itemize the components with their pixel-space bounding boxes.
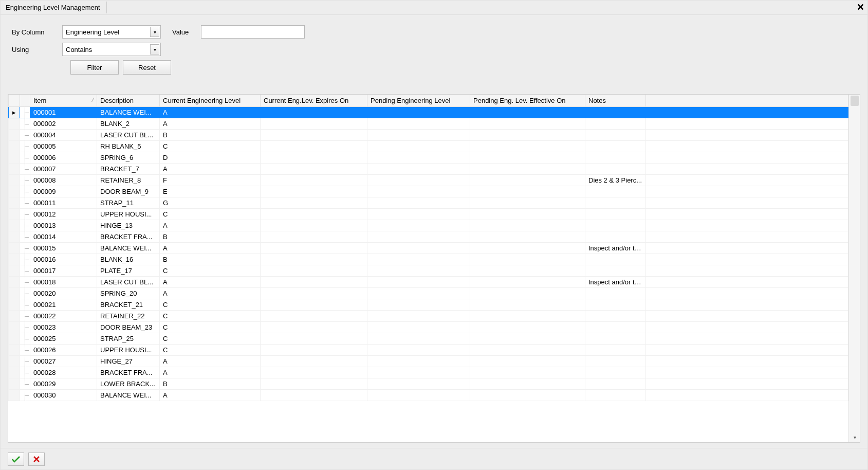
cell-pending-effective[interactable]	[470, 220, 585, 231]
cell-notes[interactable]	[585, 265, 646, 277]
cell-item[interactable]: 000018	[30, 277, 97, 288]
cell-current-expires[interactable]	[261, 197, 367, 209]
cell-item[interactable]: 000007	[30, 164, 97, 175]
cell-current-expires[interactable]	[261, 152, 367, 164]
cell-pending-effective[interactable]	[470, 277, 585, 288]
cell-description[interactable]: BALANCE WEI...	[97, 107, 160, 118]
cell-current-level[interactable]: A	[160, 220, 261, 231]
cell-description[interactable]: SPRING_20	[97, 288, 160, 299]
table-row[interactable]: 000014BRACKET FRA...B	[9, 231, 848, 243]
cell-pending-effective[interactable]	[470, 209, 585, 220]
cell-current-expires[interactable]	[261, 311, 367, 322]
cell-current-level[interactable]: A	[160, 243, 261, 254]
cell-current-level[interactable]: G	[160, 197, 261, 209]
cell-notes[interactable]	[585, 209, 646, 220]
cell-current-expires[interactable]	[261, 254, 367, 265]
cell-description[interactable]: PLATE_17	[97, 265, 160, 277]
cell-notes[interactable]	[585, 356, 646, 367]
cell-pending-level[interactable]	[367, 277, 470, 288]
cell-notes[interactable]	[585, 186, 646, 197]
cell-current-expires[interactable]	[261, 288, 367, 299]
cell-current-expires[interactable]	[261, 118, 367, 130]
cell-pending-effective[interactable]	[470, 311, 585, 322]
cell-pending-level[interactable]	[367, 197, 470, 209]
using-combo[interactable]: Contains ▾	[62, 43, 161, 56]
cell-description[interactable]: BALANCE WEI...	[97, 390, 160, 401]
tab-engineering-level-management[interactable]: Engineering Level Management	[2, 2, 107, 13]
cell-notes[interactable]	[585, 164, 646, 175]
col-header-notes[interactable]: Notes	[585, 95, 646, 107]
cell-notes[interactable]: Inspect and/or te...	[585, 277, 646, 288]
cell-item[interactable]: 000008	[30, 175, 97, 186]
cell-description[interactable]: STRAP_25	[97, 333, 160, 345]
cell-current-expires[interactable]	[261, 345, 367, 356]
cell-description[interactable]: BRACKET_7	[97, 164, 160, 175]
cell-description[interactable]: LASER CUT BL...	[97, 277, 160, 288]
cell-item[interactable]: 000023	[30, 322, 97, 333]
cell-current-expires[interactable]	[261, 243, 367, 254]
table-row[interactable]: ▸000001BALANCE WEI...A	[9, 107, 848, 118]
cell-pending-level[interactable]	[367, 107, 470, 118]
table-row[interactable]: 000029LOWER BRACK...B	[9, 378, 848, 390]
cell-item[interactable]: 000022	[30, 311, 97, 322]
scroll-down-icon[interactable]: ▾	[851, 433, 859, 441]
cell-current-level[interactable]: A	[160, 107, 261, 118]
cell-pending-effective[interactable]	[470, 118, 585, 130]
cell-pending-effective[interactable]	[470, 345, 585, 356]
cell-pending-effective[interactable]	[470, 141, 585, 152]
cell-item[interactable]: 000001	[30, 107, 97, 118]
cell-description[interactable]: STRAP_11	[97, 197, 160, 209]
cell-notes[interactable]	[585, 367, 646, 378]
cell-notes[interactable]	[585, 107, 646, 118]
table-row[interactable]: 000021BRACKET_21C	[9, 299, 848, 311]
cell-notes[interactable]	[585, 311, 646, 322]
table-row[interactable]: 000007BRACKET_7A	[9, 164, 848, 175]
cell-current-level[interactable]: B	[160, 130, 261, 141]
cell-notes[interactable]	[585, 141, 646, 152]
cell-pending-level[interactable]	[367, 356, 470, 367]
cell-current-expires[interactable]	[261, 299, 367, 311]
col-header-current-level[interactable]: Current Engineering Level	[160, 95, 261, 107]
data-grid[interactable]: Item ⁄ Description Current Engineering L…	[8, 95, 848, 442]
cell-item[interactable]: 000004	[30, 130, 97, 141]
table-row[interactable]: 000008RETAINER_8FDies 2 & 3 Pierc...	[9, 175, 848, 186]
table-row[interactable]: 000005RH BLANK_5C	[9, 141, 848, 152]
cell-current-level[interactable]: C	[160, 141, 261, 152]
cell-current-expires[interactable]	[261, 390, 367, 401]
cell-current-level[interactable]: C	[160, 345, 261, 356]
cell-pending-level[interactable]	[367, 378, 470, 390]
table-row[interactable]: 000011STRAP_11G	[9, 197, 848, 209]
cell-pending-effective[interactable]	[470, 378, 585, 390]
cell-current-level[interactable]: F	[160, 175, 261, 186]
cell-pending-level[interactable]	[367, 333, 470, 345]
cell-current-level[interactable]: A	[160, 164, 261, 175]
cell-current-level[interactable]: A	[160, 277, 261, 288]
table-row[interactable]: 000013HINGE_13A	[9, 220, 848, 231]
cell-pending-effective[interactable]	[470, 288, 585, 299]
table-row[interactable]: 000022RETAINER_22C	[9, 311, 848, 322]
table-row[interactable]: 000015BALANCE WEI...AInspect and/or te..…	[9, 243, 848, 254]
cell-notes[interactable]	[585, 197, 646, 209]
cell-notes[interactable]	[585, 390, 646, 401]
filter-button[interactable]: Filter	[70, 60, 119, 75]
cell-pending-level[interactable]	[367, 299, 470, 311]
cell-item[interactable]: 000011	[30, 197, 97, 209]
cell-notes[interactable]	[585, 378, 646, 390]
close-icon[interactable]: ✕	[857, 2, 864, 13]
cell-pending-effective[interactable]	[470, 175, 585, 186]
cell-current-level[interactable]: C	[160, 311, 261, 322]
table-row[interactable]: 000012UPPER HOUSI...C	[9, 209, 848, 220]
cell-pending-effective[interactable]	[470, 254, 585, 265]
table-row[interactable]: 000017PLATE_17C	[9, 265, 848, 277]
cell-description[interactable]: LASER CUT BL...	[97, 130, 160, 141]
cell-current-expires[interactable]	[261, 164, 367, 175]
cell-pending-level[interactable]	[367, 345, 470, 356]
cell-item[interactable]: 000020	[30, 288, 97, 299]
cell-current-expires[interactable]	[261, 322, 367, 333]
cell-description[interactable]: BLANK_2	[97, 118, 160, 130]
cell-pending-level[interactable]	[367, 164, 470, 175]
cell-item[interactable]: 000012	[30, 209, 97, 220]
cell-pending-effective[interactable]	[470, 265, 585, 277]
cell-pending-effective[interactable]	[470, 197, 585, 209]
table-row[interactable]: 000030BALANCE WEI...A	[9, 390, 848, 401]
